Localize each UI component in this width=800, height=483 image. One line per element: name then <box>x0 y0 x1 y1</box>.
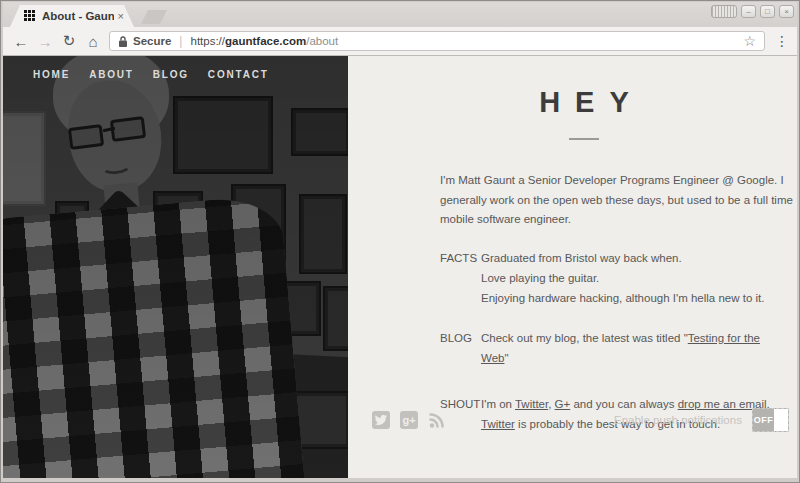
face <box>63 75 168 197</box>
section-facts: FACTSGraduated from Bristol way back whe… <box>440 248 793 308</box>
wall-device <box>3 111 46 206</box>
section-label: FACTS <box>440 248 481 308</box>
omnibox-separator: | <box>179 34 182 48</box>
page-title: HEY <box>414 86 754 119</box>
section-body: Check out my blog, the latest was titled… <box>481 328 760 368</box>
glasses <box>68 124 104 150</box>
forward-icon[interactable]: → <box>33 33 57 50</box>
wall-device <box>153 191 203 269</box>
maximize-button[interactable]: □ <box>760 5 775 18</box>
push-toggle[interactable]: OFF <box>752 408 789 432</box>
wall-device <box>173 96 273 174</box>
wall-device <box>271 391 348 449</box>
new-tab-button[interactable] <box>141 10 167 24</box>
back-icon[interactable]: ← <box>9 33 33 50</box>
wall-device <box>231 184 286 269</box>
intro-line: I'm Matt Gaunt a Senior Developer Progra… <box>440 171 793 191</box>
browser-tab[interactable]: About - Gaunt Fa × <box>10 5 134 27</box>
intro-paragraph: I'm Matt Gaunt a Senior Developer Progra… <box>440 171 793 230</box>
tab-title: About - Gaunt Fa <box>42 10 114 22</box>
social-icons: g+ <box>372 411 446 429</box>
minimize-button[interactable]: – <box>741 5 756 18</box>
toggle-knob[interactable] <box>774 409 788 431</box>
glasses <box>110 116 146 142</box>
section-blog: BLOGCheck out my blog, the latest was ti… <box>440 328 793 368</box>
close-button[interactable]: × <box>779 5 794 18</box>
section-line: Check out my blog, the latest was titled… <box>481 328 760 348</box>
profile-photo: HOMEABOUTBLOGCONTACT <box>3 56 348 478</box>
section-line: Love playing the guitar. <box>481 268 764 288</box>
section-line: Graduated from Bristol way back when. <box>481 248 764 268</box>
desk-area <box>254 353 348 478</box>
title-divider <box>569 138 599 140</box>
twitter-icon[interactable] <box>372 411 390 429</box>
section-label: BLOG <box>440 328 481 368</box>
browser-window: About - Gaunt Fa × – □ × ← → ↻ ⌂ Secure <box>0 0 800 483</box>
about-content: HEY I'm Matt Gaunt a Senior Developer Pr… <box>348 56 800 478</box>
page-content: HOMEABOUTBLOGCONTACT HEY I'm Matt Gaunt … <box>3 56 797 478</box>
nav-item-blog[interactable]: BLOG <box>153 69 189 80</box>
page-footer: g+ Enable push notifications OFF <box>372 408 789 432</box>
neck <box>103 183 140 222</box>
url-host: gauntface.com <box>225 35 306 47</box>
titlebar-badge <box>711 5 737 18</box>
wall-device <box>299 194 347 274</box>
inline-link[interactable]: Testing for the <box>688 332 760 344</box>
wall-device <box>291 108 348 156</box>
site-favicon-icon <box>24 10 36 22</box>
gplus-icon[interactable]: g+ <box>400 411 418 429</box>
info-sections: FACTSGraduated from Bristol way back whe… <box>440 248 793 434</box>
glasses-bridge <box>103 127 115 132</box>
tab-strip: About - Gaunt Fa × – □ × <box>3 2 797 27</box>
smile <box>100 156 132 175</box>
wall-device <box>243 281 321 336</box>
section-body: Graduated from Bristol way back when.Lov… <box>481 248 764 308</box>
intro-line: generally work on the open web these day… <box>440 191 793 211</box>
reload-icon[interactable]: ↻ <box>57 32 81 50</box>
site-nav: HOMEABOUTBLOGCONTACT <box>33 69 269 80</box>
toggle-state-label: OFF <box>753 409 774 431</box>
bookmark-star-icon[interactable]: ☆ <box>743 33 756 49</box>
home-icon[interactable]: ⌂ <box>81 33 105 50</box>
nav-item-about[interactable]: ABOUT <box>89 69 134 80</box>
person-illustration <box>3 56 348 478</box>
security-chip[interactable]: Secure <box>118 35 171 48</box>
security-label: Secure <box>133 35 171 47</box>
intro-line: mobile software engineer. <box>440 210 793 230</box>
inline-link[interactable]: Web <box>481 352 504 364</box>
wall-device <box>55 201 89 261</box>
wall-device <box>323 286 348 351</box>
tab-close-icon[interactable]: × <box>118 10 124 22</box>
section-line: Enjoying hardware hacking, although I'm … <box>481 288 764 308</box>
rss-icon[interactable] <box>428 411 446 429</box>
url-scheme: https:// <box>190 35 225 47</box>
browser-toolbar: ← → ↻ ⌂ Secure | https://gauntface.com/a… <box>3 27 797 56</box>
section-line: Web" <box>481 348 760 368</box>
url-path: /about <box>306 35 338 47</box>
lock-icon <box>118 35 128 48</box>
nav-item-contact[interactable]: CONTACT <box>208 69 269 80</box>
browser-menu-icon[interactable]: ⋮ <box>773 33 791 49</box>
address-bar[interactable]: Secure | https://gauntface.com/about ☆ <box>109 31 765 51</box>
push-label: Enable push notifications <box>614 414 742 426</box>
url-text[interactable]: https://gauntface.com/about <box>190 35 737 47</box>
shirt-collar <box>87 188 161 261</box>
push-notifications: Enable push notifications OFF <box>614 408 789 432</box>
nav-item-home[interactable]: HOME <box>33 69 70 80</box>
window-controls: – □ × <box>711 5 794 18</box>
plaid-shirt <box>3 194 305 478</box>
